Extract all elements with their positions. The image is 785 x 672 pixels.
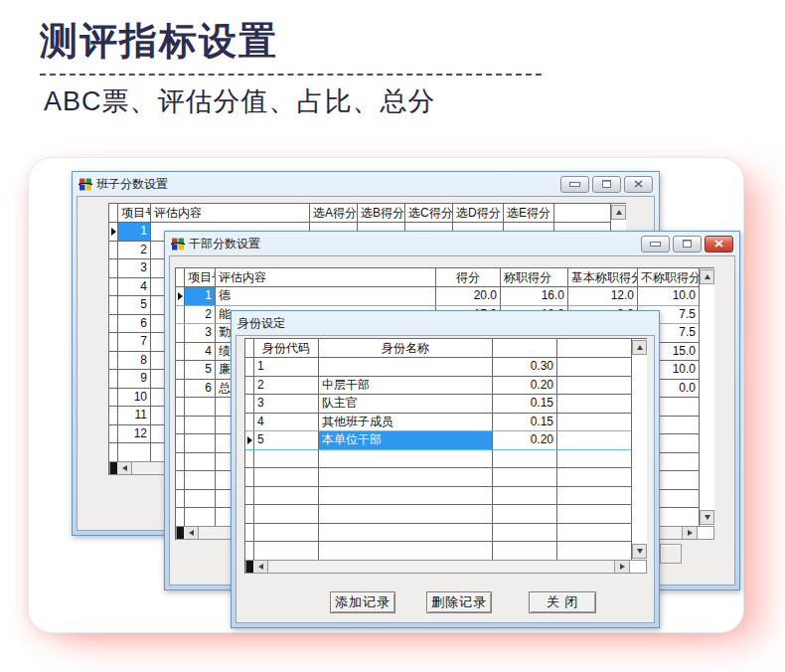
record-selector-cell[interactable] (176, 306, 185, 325)
score-cell[interactable]: 20.0 (436, 287, 501, 306)
extra-cell[interactable] (557, 542, 632, 561)
ratio-cell[interactable]: 0.15 (493, 414, 557, 432)
record-selector-cell[interactable] (109, 242, 118, 260)
item-no-cell[interactable] (185, 490, 216, 509)
extra-cell[interactable] (557, 431, 632, 450)
shenfen-table-row[interactable]: 3 队主官 0.15 (245, 395, 647, 414)
maximize-button[interactable] (592, 176, 621, 193)
record-selector-cell[interactable] (109, 223, 118, 242)
ratio-cell[interactable]: 0.30 (493, 358, 557, 377)
shenfen-table-row[interactable]: 5 本单位干部 0.20 (245, 431, 647, 450)
h-scroll-thumb[interactable] (177, 527, 184, 539)
shenfen-table-row[interactable]: 2 中层干部 0.20 (245, 377, 647, 396)
item-no-cell[interactable] (185, 434, 216, 453)
v-scrollbar[interactable] (699, 268, 714, 526)
scroll-right-button[interactable] (682, 527, 697, 539)
record-selector-cell[interactable] (245, 414, 254, 432)
extra-cell[interactable] (557, 377, 632, 396)
record-selector-cell[interactable] (109, 333, 118, 352)
extra-cell[interactable] (557, 524, 632, 543)
record-selector-cell[interactable] (245, 450, 254, 469)
record-selector-cell[interactable] (176, 434, 185, 453)
item-no-cell[interactable] (185, 508, 216, 527)
record-selector-cell[interactable] (245, 395, 254, 414)
ratio-cell[interactable] (493, 450, 557, 469)
delete-record-button[interactable]: 删除记录 (426, 591, 492, 613)
item-no-cell[interactable]: 4 (185, 343, 216, 362)
record-selector-cell[interactable] (109, 352, 118, 371)
record-selector-cell[interactable] (176, 324, 185, 343)
add-record-button[interactable]: 添加记录 (330, 591, 395, 613)
identity-name-cell[interactable] (319, 450, 493, 469)
item-no-cell[interactable]: 9 (118, 370, 151, 389)
record-selector-cell[interactable] (245, 542, 254, 561)
identity-name-cell[interactable]: 中层干部 (319, 377, 493, 396)
ratio-cell[interactable]: 0.15 (493, 395, 557, 414)
shenfen-table-row[interactable] (245, 505, 647, 524)
minimize-button[interactable] (641, 236, 670, 252)
shenfen-table-row[interactable] (245, 450, 647, 469)
extra-cell[interactable] (557, 450, 632, 469)
item-no-cell[interactable]: 3 (185, 324, 216, 343)
scroll-left-button[interactable] (253, 561, 268, 573)
record-selector-cell[interactable] (109, 278, 118, 297)
content-cell[interactable]: 德 (216, 287, 436, 306)
identity-name-cell[interactable]: 队主官 (319, 395, 493, 414)
extra-cell[interactable] (557, 505, 632, 524)
record-selector-cell[interactable] (109, 425, 118, 444)
h-scroll-thumb[interactable] (246, 561, 253, 573)
item-no-cell[interactable]: 2 (185, 306, 216, 325)
record-selector-cell[interactable] (176, 380, 185, 399)
incompetent-score-cell[interactable]: 10.0 (638, 287, 700, 306)
ratio-cell[interactable] (493, 468, 557, 487)
item-no-cell[interactable]: 10 (118, 389, 151, 408)
item-no-cell[interactable]: 8 (118, 352, 151, 371)
ratio-cell[interactable] (493, 542, 557, 561)
identity-name-cell[interactable] (319, 358, 493, 377)
ratio-cell[interactable] (493, 487, 557, 506)
ratio-cell[interactable]: 0.20 (493, 431, 557, 450)
h-scrollbar[interactable] (245, 560, 647, 574)
scroll-left-button[interactable] (184, 527, 199, 539)
identity-name-cell[interactable]: 其他班子成员 (319, 414, 493, 432)
scroll-left-button[interactable] (117, 462, 132, 474)
identity-name-cell[interactable]: 本单位干部 (319, 431, 493, 450)
partially-hidden-button[interactable] (660, 544, 682, 564)
record-selector-cell[interactable] (109, 370, 118, 389)
maximize-button[interactable] (673, 236, 702, 252)
record-selector-cell[interactable] (176, 471, 185, 490)
identity-name-cell[interactable] (319, 524, 493, 543)
item-no-cell[interactable]: 1 (118, 223, 151, 242)
item-no-cell[interactable]: 11 (118, 407, 151, 425)
item-no-cell[interactable]: 5 (185, 361, 216, 380)
item-no-cell[interactable]: 12 (118, 425, 151, 444)
record-selector-cell[interactable] (245, 377, 254, 396)
record-selector-cell[interactable] (109, 259, 118, 278)
record-selector-cell[interactable] (245, 358, 254, 377)
h-scroll-track[interactable] (268, 561, 614, 573)
identity-name-cell[interactable] (319, 487, 493, 506)
record-selector-cell[interactable] (176, 453, 185, 472)
identity-code-cell[interactable] (254, 542, 319, 561)
v-scrollbar[interactable] (631, 339, 647, 560)
record-selector-cell[interactable] (176, 417, 185, 435)
item-no-cell[interactable]: 4 (118, 278, 151, 297)
record-selector-cell[interactable] (176, 287, 185, 306)
shenfen-table-row[interactable] (245, 542, 647, 561)
item-no-cell[interactable]: 3 (118, 259, 151, 278)
record-selector-cell[interactable] (245, 524, 254, 543)
record-selector-cell[interactable] (176, 398, 185, 417)
ganbu-table-row[interactable]: 1 德 20.0 16.0 12.0 10.0 (176, 287, 714, 306)
identity-code-cell[interactable] (254, 450, 319, 469)
record-selector-cell[interactable] (176, 343, 185, 362)
scroll-down-button[interactable] (700, 510, 714, 525)
ratio-cell[interactable] (493, 524, 557, 543)
competent-score-cell[interactable]: 16.0 (501, 287, 568, 306)
extra-cell[interactable] (557, 414, 632, 432)
extra-cell[interactable] (557, 468, 632, 487)
banzi-titlebar[interactable]: 班子分数设置 (73, 172, 659, 196)
item-no-cell[interactable] (185, 398, 216, 417)
identity-name-cell[interactable] (319, 505, 493, 524)
item-no-cell[interactable] (118, 443, 151, 462)
record-selector-cell[interactable] (176, 361, 185, 380)
